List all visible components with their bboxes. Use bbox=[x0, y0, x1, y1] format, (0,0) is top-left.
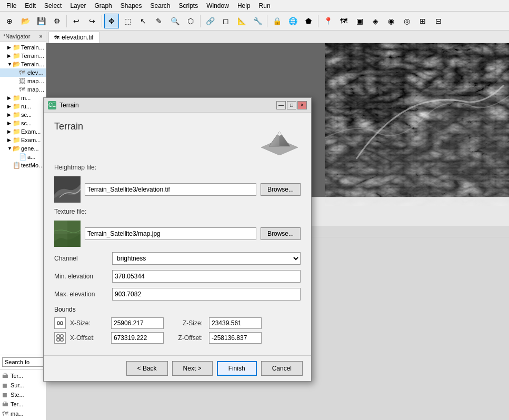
svg-rect-15 bbox=[61, 335, 63, 337]
terrain-icon-svg bbox=[258, 121, 301, 155]
menu-search[interactable]: Search bbox=[146, 1, 174, 11]
folder-icon-f2: 📁 bbox=[13, 103, 20, 110]
heightmap-thumb bbox=[54, 176, 81, 203]
tree-label-f2: ru... bbox=[21, 103, 31, 109]
dialog-minimize-btn[interactable]: — bbox=[276, 101, 286, 109]
toolbar-select-rect[interactable]: ⬚ bbox=[120, 14, 135, 28]
nav-terrain2[interactable]: 🏔 Ter... bbox=[1, 400, 45, 408]
toolbar-measure[interactable]: 📐 bbox=[234, 14, 249, 28]
toolbar-zoom[interactable]: 🔍 bbox=[167, 14, 182, 28]
navigator-close[interactable]: × bbox=[39, 33, 43, 39]
nav-surface[interactable]: ◼ Sur... bbox=[1, 381, 45, 389]
xsize-input[interactable] bbox=[111, 317, 164, 329]
toolbar-globe[interactable]: 🌐 bbox=[285, 14, 300, 28]
menu-run[interactable]: Run bbox=[255, 1, 275, 11]
surface-icon: ◼ bbox=[2, 382, 9, 389]
xoffset-input[interactable] bbox=[111, 332, 164, 344]
tree-item-f2[interactable]: ▶ 📁 ru... bbox=[0, 102, 46, 111]
menu-file[interactable]: File bbox=[2, 1, 21, 11]
toolbar-save[interactable]: 💾 bbox=[34, 14, 48, 28]
map-icon: 🗺 bbox=[2, 410, 9, 417]
toolbar-tool[interactable]: 🔧 bbox=[250, 14, 265, 28]
toolbar-b6[interactable]: ⊟ bbox=[431, 14, 446, 28]
toolbar-redo[interactable]: ↪ bbox=[85, 14, 99, 28]
grid-icon bbox=[56, 334, 64, 342]
back-button[interactable]: < Back bbox=[126, 361, 168, 376]
menu-shapes[interactable]: Shapes bbox=[116, 1, 146, 11]
max-elevation-input[interactable] bbox=[112, 288, 301, 301]
texture-input[interactable] bbox=[85, 227, 256, 240]
bounds-icon-grid[interactable] bbox=[54, 332, 66, 344]
toolbar-select-arrow[interactable]: ↖ bbox=[136, 14, 151, 28]
nav-map[interactable]: 🗺 ma... bbox=[1, 409, 45, 418]
tree-label-f3: sc... bbox=[21, 112, 32, 118]
folder-icon-satellite3: 📂 bbox=[13, 61, 20, 68]
min-elevation-input[interactable] bbox=[112, 270, 301, 283]
heightmap-browse-btn[interactable]: Browse... bbox=[261, 183, 301, 196]
toolbar-open[interactable]: 📂 bbox=[18, 14, 33, 28]
menu-edit[interactable]: Edit bbox=[21, 1, 40, 11]
texture-browse-btn[interactable]: Browse... bbox=[261, 227, 301, 240]
heightmap-thumb-svg bbox=[54, 176, 81, 203]
svg-rect-12 bbox=[61, 322, 63, 325]
tree-item-exam2[interactable]: ▶ 📁 Exam... bbox=[0, 136, 46, 144]
cancel-button[interactable]: Cancel bbox=[261, 361, 303, 376]
toolbar-b3[interactable]: ◉ bbox=[384, 14, 398, 28]
dialog-close-btn[interactable]: × bbox=[297, 101, 307, 109]
nav-items-below: 🏔 Ter... ◼ Sur... ◼ Ste... 🏔 Ter... 🗺 ma… bbox=[0, 369, 46, 420]
toolbar-shape[interactable]: ◻ bbox=[218, 14, 233, 28]
nav-terrain1[interactable]: 🏔 Ter... bbox=[1, 372, 45, 380]
zsize-input[interactable] bbox=[209, 317, 262, 329]
toolbar-undo[interactable]: ↩ bbox=[69, 14, 84, 28]
toolbar-pin[interactable]: 📍 bbox=[321, 14, 335, 28]
zoffset-input[interactable] bbox=[209, 332, 262, 344]
menu-select[interactable]: Select bbox=[40, 1, 66, 11]
sep3 bbox=[200, 15, 201, 27]
menu-layer[interactable]: Layer bbox=[66, 1, 90, 11]
toolbar-lock[interactable]: 🔒 bbox=[270, 14, 284, 28]
toolbar-b2[interactable]: ◈ bbox=[368, 14, 383, 28]
tree-item-exam1[interactable]: ▶ 📁 Exam... bbox=[0, 127, 46, 136]
tree-item-maposm[interactable]: 🗺 map.osm bbox=[0, 85, 46, 94]
tree-item-afile[interactable]: 📄 a... bbox=[0, 153, 46, 161]
toolbar-poly[interactable]: ⬟ bbox=[301, 14, 316, 28]
tree-item-gene[interactable]: ▼ 📂 gene... bbox=[0, 144, 46, 153]
menu-graph[interactable]: Graph bbox=[90, 1, 116, 11]
nav-stereo[interactable]: ◼ Ste... bbox=[1, 391, 45, 399]
dialog-title-text: Terrain bbox=[59, 102, 79, 109]
channel-select[interactable]: brightness red green blue alpha bbox=[112, 252, 301, 265]
tree-item-satellite3[interactable]: ▼ 📂 Terrain_Sate... bbox=[0, 60, 46, 68]
toolbar-b1[interactable]: ▣ bbox=[352, 14, 367, 28]
tree-item-testmod[interactable]: 📋 testMod5 bbox=[0, 161, 46, 169]
toolbar-edit[interactable]: ✎ bbox=[152, 14, 166, 28]
tree-item-elevation[interactable]: 🗺 elevation.tif bbox=[0, 68, 46, 77]
tree-item-satellite2[interactable]: ▶ 📁 Terrain_Sate... bbox=[0, 52, 46, 60]
stereo-icon: ◼ bbox=[2, 391, 9, 398]
toolbar-map[interactable]: 🗺 bbox=[336, 14, 351, 28]
menu-help[interactable]: Help bbox=[233, 1, 255, 11]
toolbar-new[interactable]: ⊕ bbox=[2, 14, 17, 28]
toolbar-pan[interactable]: ✥ bbox=[104, 14, 119, 28]
finish-button[interactable]: Finish bbox=[217, 361, 257, 376]
toolbar-link[interactable]: 🔗 bbox=[203, 14, 217, 28]
toolbar-settings[interactable]: ⚙ bbox=[49, 14, 64, 28]
tree-item-satellite1[interactable]: ▶ 📁 Terrain_Sate... bbox=[0, 43, 46, 52]
terrain-dialog[interactable]: CE Terrain — □ × Terrain bbox=[43, 97, 312, 382]
tree-item-f4[interactable]: ▶ 📁 sc... bbox=[0, 119, 46, 127]
heightmap-input[interactable] bbox=[85, 183, 256, 196]
menu-window[interactable]: Window bbox=[202, 1, 233, 11]
bounds-icon-link[interactable] bbox=[54, 317, 66, 329]
tree-item-f1[interactable]: ▶ 📁 m... bbox=[0, 94, 46, 102]
toolbar-b5[interactable]: ⊞ bbox=[415, 14, 430, 28]
dialog-maximize-btn[interactable]: □ bbox=[287, 101, 296, 109]
tab-elevation[interactable]: 🗺 elevation.tif bbox=[48, 32, 99, 43]
tree-label-afile: a... bbox=[27, 154, 35, 160]
toolbar-hex[interactable]: ⬡ bbox=[183, 14, 198, 28]
toolbar-b4[interactable]: ◎ bbox=[400, 14, 414, 28]
tree-item-f3[interactable]: ▶ 📁 sc... bbox=[0, 111, 46, 119]
tree-item-mapjpg[interactable]: 🖼 map.jpg bbox=[0, 77, 46, 85]
next-button[interactable]: Next > bbox=[172, 361, 213, 376]
menu-scripts[interactable]: Scripts bbox=[175, 1, 203, 11]
elevation-svg bbox=[325, 43, 509, 206]
search-input[interactable] bbox=[2, 357, 44, 367]
